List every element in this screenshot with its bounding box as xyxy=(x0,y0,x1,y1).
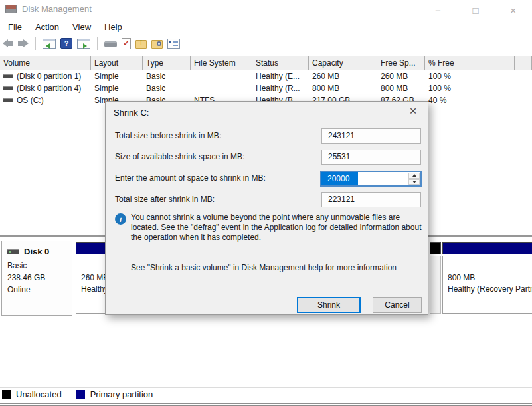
show-console-tree-icon[interactable] xyxy=(43,39,56,49)
menu-action[interactable]: Action xyxy=(29,21,66,33)
forward-icon[interactable] xyxy=(18,39,29,47)
cell-file-system xyxy=(191,70,252,82)
cell-pct-free: 100 % xyxy=(425,82,515,94)
menu-help[interactable]: Help xyxy=(98,21,129,33)
spinner-up-icon[interactable] xyxy=(408,173,420,179)
menu-bar: File Action View Help xyxy=(0,19,532,35)
disk-type: Basic xyxy=(7,261,27,270)
label-total-before: Total size before shrink in MB: xyxy=(115,128,221,144)
column-header-pct-free[interactable]: % Free xyxy=(425,56,515,70)
disk-size: 238.46 GB xyxy=(7,273,45,282)
titlebar: Disk Management − □ × xyxy=(0,0,532,19)
cell-capacity: 800 MB xyxy=(309,82,377,94)
legend-label-primary-partition: Primary partition xyxy=(90,389,153,399)
unallocated-swatch xyxy=(2,390,11,399)
column-header-layout[interactable]: Layout xyxy=(91,56,143,70)
minimize-button[interactable]: − xyxy=(428,5,448,16)
dialog-title: Shrink C: xyxy=(114,108,149,118)
cell-file-system xyxy=(191,82,252,94)
partition-size: 800 MB xyxy=(448,272,532,284)
label-total-after: Total size after shrink in MB: xyxy=(115,192,215,207)
volume-icon xyxy=(3,86,13,90)
cell-free-space: 800 MB xyxy=(377,82,425,94)
shrink-amount-input[interactable]: 20000 xyxy=(320,171,422,187)
show-action-pane-icon[interactable] xyxy=(77,39,90,49)
menu-file[interactable]: File xyxy=(1,21,29,33)
cell-status: Healthy (R... xyxy=(252,82,309,94)
export-folder-icon[interactable]: ↑ xyxy=(135,40,147,49)
disk-status: Online xyxy=(7,285,31,294)
column-header-file-system[interactable]: File System xyxy=(191,56,252,70)
info-text: You cannot shrink a volume beyond the po… xyxy=(131,213,426,243)
cell-pct-free: 100 % xyxy=(425,70,515,82)
cell-layout: Simple xyxy=(91,82,143,94)
window-title: Disk Management xyxy=(22,4,92,14)
shrink-button[interactable]: Shrink xyxy=(297,297,361,313)
unallocated-bar xyxy=(430,242,441,254)
disk-name: Disk 0 xyxy=(24,247,49,256)
legend: Unallocated Primary partition xyxy=(2,389,162,399)
total-before-field: 243121 xyxy=(321,128,421,144)
cell-layout: Simple xyxy=(91,70,143,82)
search-folder-icon[interactable] xyxy=(151,40,163,49)
primary-partition-swatch xyxy=(76,390,85,399)
partition-block-unallocated[interactable] xyxy=(430,242,441,315)
info-icon: i xyxy=(115,213,126,225)
disk0-info-box[interactable]: Disk 0 Basic 238.46 GB Online xyxy=(1,241,72,316)
table-row[interactable]: (Disk 0 partition 1) Simple Basic Health… xyxy=(0,70,532,82)
back-icon[interactable] xyxy=(3,39,13,47)
cell-free-space: 260 MB xyxy=(377,70,425,82)
cancel-button[interactable]: Cancel xyxy=(373,297,422,313)
partition-status: Healthy (Recovery Partition) xyxy=(448,284,532,295)
volume-name: (Disk 0 partition 4) xyxy=(17,82,81,94)
cell-type: Basic xyxy=(143,82,191,94)
toolbar: ? ✓ ↑ xyxy=(0,35,532,52)
menu-view[interactable]: View xyxy=(66,21,98,33)
selected-text: 20000 xyxy=(321,172,358,185)
legend-divider xyxy=(0,387,532,388)
toolbar-separator xyxy=(97,37,98,50)
toolbar-separator xyxy=(35,37,36,50)
disk-management-window: Disk Management − □ × File Action View H… xyxy=(0,0,532,406)
legend-label-unallocated: Unallocated xyxy=(16,389,62,399)
disk-management-app-icon xyxy=(5,5,17,13)
volume-icon xyxy=(3,98,13,102)
close-button[interactable]: × xyxy=(503,5,523,16)
device-icon[interactable] xyxy=(104,41,117,47)
volume-name: OS (C:) xyxy=(17,94,44,106)
magnifier-icon xyxy=(157,41,161,46)
column-header-volume[interactable]: Volume xyxy=(0,56,91,70)
column-header-free-space[interactable]: Free Sp... xyxy=(377,56,425,70)
table-row[interactable]: (Disk 0 partition 4) Simple Basic Health… xyxy=(0,82,532,94)
cell-status: Healthy (E... xyxy=(252,70,309,82)
cell-pct-free: 40 % xyxy=(425,94,515,106)
help-text: See "Shrink a basic volume" in Disk Mana… xyxy=(131,263,426,272)
spinner-down-icon[interactable] xyxy=(408,179,420,185)
label-available-space: Size of available shrink space in MB: xyxy=(115,150,244,165)
partition-block-recovery[interactable]: 800 MB Healthy (Recovery Partition) xyxy=(442,242,532,315)
check-disk-icon[interactable]: ✓ xyxy=(122,38,131,49)
cell-type: Basic xyxy=(143,70,191,82)
volume-name: (Disk 0 partition 1) xyxy=(17,70,81,82)
total-after-field: 223121 xyxy=(321,192,421,207)
column-header-capacity[interactable]: Capacity xyxy=(309,56,377,70)
spinner xyxy=(408,173,420,185)
available-space-field: 25531 xyxy=(321,150,421,165)
disk-icon xyxy=(7,249,19,254)
label-shrink-amount: Enter the amount of space to shrink in M… xyxy=(115,171,266,186)
primary-partition-bar xyxy=(442,242,532,254)
shrink-dialog: Shrink C: × Total size before shrink in … xyxy=(105,101,428,315)
volume-table-header: Volume Layout Type File System Status Ca… xyxy=(0,56,532,70)
cell-capacity: 260 MB xyxy=(309,70,377,82)
help-icon[interactable]: ? xyxy=(60,38,72,49)
window-controls: − □ × xyxy=(419,0,532,20)
column-header-status[interactable]: Status xyxy=(252,56,309,70)
column-header-type[interactable]: Type xyxy=(143,56,191,70)
dialog-close-icon[interactable]: × xyxy=(406,104,420,118)
column-header-filler xyxy=(515,56,532,70)
properties-icon[interactable] xyxy=(167,39,180,49)
volume-icon xyxy=(3,74,13,78)
status-bar-divider xyxy=(0,403,532,404)
maximize-button[interactable]: □ xyxy=(466,5,486,16)
